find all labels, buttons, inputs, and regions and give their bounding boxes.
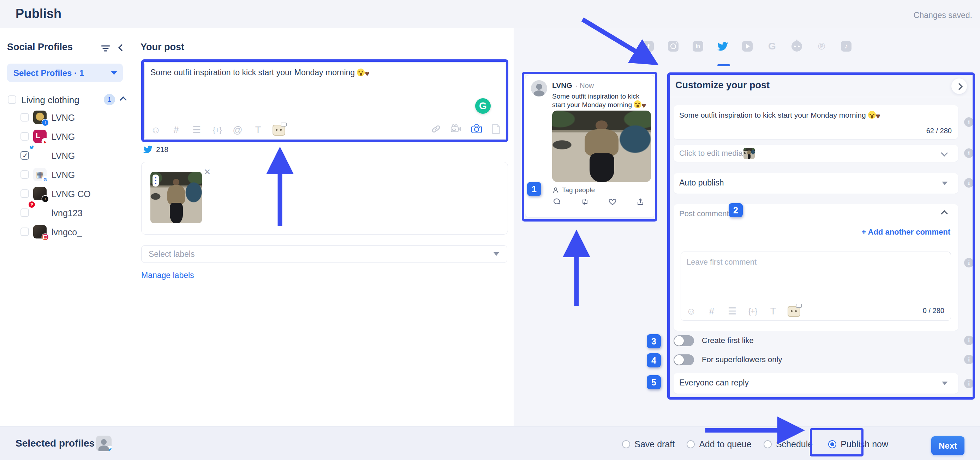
saved-captions-icon[interactable]: ☰	[726, 306, 738, 317]
profile-checkbox[interactable]	[21, 132, 29, 141]
info-icon[interactable]: i	[964, 379, 974, 388]
video-icon[interactable]	[450, 124, 462, 136]
tweet-actions	[552, 198, 644, 208]
profile-checkbox[interactable]	[21, 170, 29, 179]
twitter-char-count: 218	[143, 145, 169, 154]
radio-icon	[687, 440, 695, 448]
collapse-sidebar-icon[interactable]	[118, 44, 125, 51]
chevron-down-icon	[942, 382, 948, 385]
save-draft-option[interactable]: Save draft	[622, 439, 675, 449]
hashtag-icon[interactable]: #	[170, 125, 182, 136]
saved-captions-icon[interactable]: ☰	[191, 125, 203, 136]
auto-publish-select[interactable]: Auto publish	[674, 173, 958, 193]
radio-icon	[622, 440, 630, 448]
photo-icon[interactable]	[471, 124, 482, 136]
labels-select[interactable]: Select labels	[141, 245, 507, 263]
profile-checkbox[interactable]	[21, 208, 29, 217]
tag-people-button[interactable]: Tag people	[552, 186, 595, 194]
preview-post-text: Some outfit inspiration to kick start yo…	[552, 92, 648, 110]
variables-icon[interactable]: {+}	[211, 125, 223, 134]
collapse-panel-button[interactable]	[951, 78, 967, 94]
profile-row[interactable]: f LVNG	[0, 108, 131, 127]
profile-row[interactable]: ▦G LVNG	[0, 165, 131, 184]
post-composer[interactable]: Some outfit inspiration to kick start yo…	[145, 62, 506, 139]
reply-icon[interactable]	[552, 198, 561, 208]
post-text[interactable]: Some outfit inspiration to kick start yo…	[150, 68, 468, 78]
filter-icon[interactable]	[100, 44, 111, 54]
profile-name: lvngco_	[51, 227, 82, 237]
publish-now-option[interactable]: Publish now	[828, 439, 888, 449]
document-icon[interactable]	[492, 124, 501, 136]
share-icon[interactable]	[636, 198, 644, 208]
composer-toolbar: ☺ # ☰ {+} @ T	[150, 124, 285, 136]
mention-icon[interactable]: @	[232, 125, 243, 136]
tab-tiktok[interactable]: ♪	[841, 41, 851, 51]
select-profiles-dropdown[interactable]: Select Profiles · 1	[7, 64, 123, 82]
tab-pinterest[interactable]: ℗	[816, 41, 827, 51]
info-icon[interactable]: i	[964, 335, 974, 345]
profile-row[interactable]: ♪ LVNG CO	[0, 184, 131, 203]
tab-google[interactable]: G	[767, 41, 777, 51]
schedule-label: Schedule	[776, 439, 813, 449]
schedule-option[interactable]: Schedule	[764, 439, 813, 449]
add-comment-link[interactable]: + Add another comment	[861, 228, 950, 237]
info-icon[interactable]: i	[964, 149, 974, 158]
add-to-queue-option[interactable]: Add to queue	[687, 439, 752, 449]
retweet-icon[interactable]	[580, 198, 589, 208]
avatar: ▶	[33, 130, 46, 143]
profile-checkbox[interactable]	[21, 113, 29, 121]
caption-field[interactable]: Some outfit inspiration to kick start yo…	[674, 105, 958, 139]
grammarly-icon[interactable]: G	[475, 98, 491, 114]
info-icon[interactable]: i	[964, 178, 974, 188]
text-format-icon[interactable]: T	[252, 125, 264, 136]
info-icon[interactable]: i	[964, 117, 974, 127]
info-icon[interactable]: i	[964, 355, 974, 364]
profile-row[interactable]: P lvng123	[0, 203, 131, 223]
media-thumbnail[interactable]	[150, 172, 202, 223]
profile-checkbox[interactable]	[21, 228, 29, 236]
tab-reddit[interactable]	[791, 41, 802, 51]
profile-checkbox[interactable]	[21, 151, 29, 160]
tab-youtube[interactable]	[742, 41, 752, 51]
info-icon[interactable]: i	[964, 258, 974, 267]
tab-instagram[interactable]	[668, 41, 679, 51]
reply-setting-select[interactable]: Everyone can reply	[674, 373, 958, 394]
group-checkbox[interactable]	[8, 96, 16, 104]
ai-assistant-icon[interactable]	[788, 306, 800, 317]
your-post-title: Your post	[140, 42, 184, 53]
profile-checkbox[interactable]	[21, 189, 29, 198]
selected-profiles-label: Selected profiles	[16, 438, 95, 449]
like-icon[interactable]	[608, 198, 617, 208]
emoji-icon[interactable]: ☺	[150, 125, 162, 136]
text-format-icon[interactable]: T	[767, 306, 779, 317]
first-comment-input[interactable]: Leave first comment ☺ # ☰ {+} T 0 / 280	[681, 252, 951, 321]
media-options-icon[interactable]	[153, 174, 159, 187]
comment-toolbar: ☺ # ☰ {+} T	[685, 305, 800, 318]
hashtag-icon[interactable]: #	[706, 306, 718, 317]
profile-row[interactable]: lvngco_	[0, 223, 131, 242]
manage-labels-link[interactable]: Manage labels	[141, 271, 194, 280]
link-icon[interactable]	[431, 124, 441, 136]
avatar: f	[33, 110, 46, 124]
auto-publish-label: Auto publish	[679, 178, 724, 188]
ai-assistant-icon[interactable]	[272, 125, 285, 136]
caption-text[interactable]: Some outfit inspiration to kick start yo…	[679, 111, 940, 120]
profile-row[interactable]: ▶ LVNG	[0, 127, 131, 146]
edit-media-row[interactable]: Click to edit media	[674, 145, 958, 162]
next-button[interactable]: Next	[931, 436, 964, 455]
superfollowers-row: For superfollowers only	[674, 354, 782, 365]
radio-icon	[764, 440, 772, 448]
variables-icon[interactable]: {+}	[747, 307, 759, 316]
superfollowers-toggle[interactable]	[674, 355, 694, 365]
emoji-icon[interactable]: ☺	[685, 306, 697, 317]
chevron-up-icon[interactable]	[941, 210, 948, 217]
tab-twitter[interactable]	[718, 41, 728, 51]
profile-group-row[interactable]: Living clothing 1	[0, 94, 131, 108]
profile-row[interactable]: LVNG	[0, 146, 131, 165]
remove-media-icon[interactable]: ✕	[204, 167, 211, 177]
selected-profile-avatar	[96, 436, 111, 451]
tab-facebook[interactable]: f	[643, 41, 654, 51]
tab-linkedin[interactable]: in	[693, 41, 703, 51]
group-collapse-icon[interactable]	[120, 96, 127, 104]
first-like-toggle[interactable]	[674, 335, 694, 346]
